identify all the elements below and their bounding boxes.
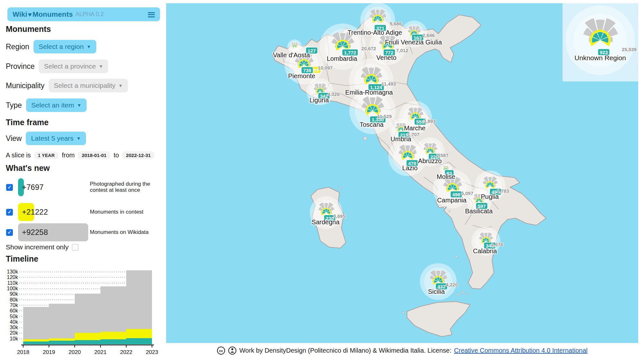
y-tick-label: 20k bbox=[10, 330, 18, 336]
chevron-down-icon: ▼ bbox=[76, 136, 81, 141]
stat-label: Monuments on Wikidata bbox=[90, 229, 161, 236]
wiki-monuments-app: Wiki♥Monuments ALPHA 0.2 Monuments Regio… bbox=[0, 0, 644, 362]
y-tick-label: 90k bbox=[10, 291, 18, 297]
stat-field: +7697 bbox=[18, 178, 88, 196]
license-link[interactable]: Creative Commons Attribution 4.0 Interna… bbox=[454, 347, 588, 354]
municipality-label: Municipality bbox=[6, 81, 44, 90]
x-tick-label: 2018 bbox=[17, 349, 29, 355]
region-friuli-venezia-giulia-fan-chart bbox=[401, 21, 428, 48]
x-tick-label: 2023 bbox=[146, 349, 158, 355]
y-tick-label: 130k bbox=[7, 269, 18, 274]
stat-checkbox[interactable]: ✓ bbox=[6, 209, 13, 216]
heart-icon: ♥ bbox=[27, 11, 33, 18]
region-calabria-fan-chart bbox=[471, 227, 500, 256]
stat-value: +92258 bbox=[18, 228, 48, 237]
stat-row: ✓+92258Monuments on Wikidata bbox=[0, 223, 161, 242]
view-label: View bbox=[6, 134, 22, 143]
y-tick-label: 100k bbox=[7, 286, 18, 291]
stat-checkbox[interactable]: ✓ bbox=[6, 229, 13, 236]
small-island bbox=[402, 312, 404, 314]
attribution-person-icon bbox=[228, 346, 237, 355]
stat-value: +21222 bbox=[18, 208, 48, 217]
slice-to-word: to bbox=[114, 152, 119, 159]
view-select[interactable]: Latest 5 years ▼ bbox=[26, 132, 86, 145]
region-abruzzo-fan-chart bbox=[416, 137, 445, 166]
small-island bbox=[462, 292, 464, 293]
y-tick-label: 120k bbox=[7, 274, 18, 280]
chevron-down-icon: ▼ bbox=[77, 103, 81, 108]
small-island bbox=[455, 255, 457, 257]
alpha-version-label: ALPHA 0.2 bbox=[75, 11, 104, 18]
y-tick-label: 50k bbox=[10, 314, 18, 319]
stat-field: +21222 bbox=[18, 203, 88, 221]
small-island bbox=[364, 137, 367, 140]
small-island bbox=[339, 187, 341, 189]
chevron-down-icon: ▼ bbox=[87, 44, 91, 49]
region-sicilia-fan-chart bbox=[420, 263, 457, 300]
attribution-footer: cc Work by DensityDesign (Politecnico di… bbox=[166, 346, 638, 355]
stat-row: ✓+7697Photographed during the contest at… bbox=[0, 178, 161, 197]
region-label: Region bbox=[6, 42, 29, 51]
timeline-chart: 10k20k30k40k50k60k70k80k90k100k110k120k1… bbox=[3, 266, 165, 357]
show-increment-label: Show increment only bbox=[6, 243, 69, 251]
stat-row: ✓+21222Monuments in contest bbox=[0, 203, 161, 221]
slice-from-word: from bbox=[62, 152, 75, 159]
province-label: Province bbox=[6, 62, 34, 71]
y-tick-label: 60k bbox=[10, 308, 18, 313]
province-row: Province Select a province ▼ bbox=[6, 60, 108, 73]
region-toscana-fan-chart bbox=[349, 88, 396, 134]
show-increment-row: Show increment only bbox=[6, 243, 79, 251]
x-tick-label: 2020 bbox=[69, 349, 81, 355]
slice-from-date-pill[interactable]: 2018-01-01 bbox=[78, 151, 110, 159]
stat-label: Photographed during the contest at least… bbox=[90, 181, 161, 193]
whats-new-heading: What's new bbox=[6, 163, 50, 173]
stat-value: +7697 bbox=[18, 183, 43, 192]
y-tick-label: 110k bbox=[7, 280, 18, 286]
type-row: Type Select an item ▼ bbox=[6, 98, 87, 112]
unknown-region-fan-chart bbox=[565, 5, 635, 75]
type-select[interactable]: Select an item ▼ bbox=[26, 98, 87, 112]
app-title: Wiki♥Monuments bbox=[13, 10, 73, 19]
slice-unit-pill[interactable]: 1 YEAR bbox=[34, 152, 59, 159]
show-increment-checkbox[interactable] bbox=[72, 244, 79, 251]
monuments-heading: Monuments bbox=[6, 24, 51, 34]
stat-checkbox[interactable]: ✓ bbox=[6, 184, 13, 191]
timeframe-heading: Time frame bbox=[6, 118, 49, 127]
app-header: Wiki♥Monuments ALPHA 0.2 bbox=[7, 7, 160, 21]
region-campania-fan-chart bbox=[433, 170, 472, 208]
timeline-heading: Timeline bbox=[6, 254, 38, 264]
region-select[interactable]: Select a region ▼ bbox=[33, 40, 96, 53]
hamburger-menu-icon[interactable] bbox=[147, 11, 156, 18]
x-tick-label: 2019 bbox=[43, 349, 55, 355]
y-tick-label: 70k bbox=[10, 302, 18, 308]
svg-text:cc: cc bbox=[219, 349, 223, 353]
italy-map[interactable]: 127Valle d'Aosta60973810,097Piemonte1,77… bbox=[166, 3, 638, 343]
x-tick-label: 2022 bbox=[120, 349, 132, 355]
chevron-down-icon: ▼ bbox=[99, 64, 103, 69]
slice-summary: A slice is 1 YEAR from 2018-01-01 to 202… bbox=[6, 151, 155, 159]
region-row: Region Select a region ▼ bbox=[6, 40, 96, 53]
region-basilicata-fan-chart bbox=[467, 189, 492, 214]
municipality-row: Municipality Select a municipality ▼ bbox=[6, 79, 128, 92]
y-tick-label: 80k bbox=[10, 297, 18, 302]
municipality-select[interactable]: Select a municipality ▼ bbox=[49, 79, 128, 92]
small-island bbox=[449, 210, 450, 212]
chevron-down-icon: ▼ bbox=[118, 83, 123, 88]
type-label: Type bbox=[6, 101, 22, 110]
footer-text: Work by DensityDesign (Politecnico di Mi… bbox=[239, 347, 451, 354]
stat-field: +92258 bbox=[18, 223, 88, 241]
slice-prefix: A slice is bbox=[6, 152, 31, 159]
cc-icon: cc bbox=[217, 346, 225, 355]
region-sardegna-fan-chart bbox=[310, 196, 343, 229]
stat-label: Monuments in contest bbox=[90, 209, 161, 215]
x-tick-label: 2021 bbox=[94, 349, 107, 355]
small-island bbox=[457, 294, 459, 296]
region-liguria-fan-chart bbox=[307, 78, 334, 105]
slice-to-date-pill[interactable]: 2022-12-31 bbox=[122, 151, 155, 159]
small-island bbox=[467, 293, 469, 295]
province-select[interactable]: Select a province ▼ bbox=[39, 60, 108, 73]
view-row: View Latest 5 years ▼ bbox=[6, 132, 86, 145]
y-tick-label: 40k bbox=[10, 319, 18, 325]
y-tick-label: 10k bbox=[10, 336, 18, 341]
y-tick-label: 30k bbox=[10, 325, 18, 330]
